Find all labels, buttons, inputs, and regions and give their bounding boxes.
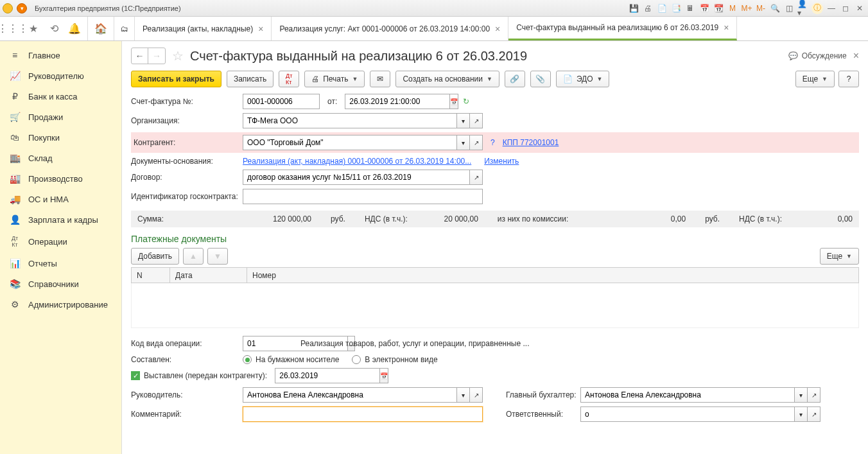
tab-invoice[interactable]: Счет-фактура выданный на реализацию 6 от… — [508, 17, 737, 40]
favorite-star-icon[interactable]: ☆ — [172, 48, 184, 64]
chief-accountant-input[interactable] — [580, 387, 795, 403]
open-icon[interactable]: ↗ — [470, 387, 483, 403]
dropdown-icon[interactable]: ▾ — [17, 3, 27, 13]
sidebar-item-bank[interactable]: ₽Банк и касса — [0, 86, 121, 107]
sidebar-item-admin[interactable]: ⚙Администрирование — [0, 294, 121, 315]
dtkt-button[interactable]: ДтКт — [279, 71, 299, 87]
move-down-button[interactable]: ▼ — [207, 248, 228, 265]
kpp-link[interactable]: КПП 772001001 — [503, 138, 559, 147]
col-date[interactable]: Дата — [170, 268, 247, 283]
home-icon[interactable]: 🏠 — [91, 17, 111, 41]
add-button[interactable]: Добавить — [131, 248, 179, 265]
help-icon[interactable]: ? — [490, 138, 495, 147]
issued-date-input[interactable] — [275, 368, 380, 383]
sidebar-item-manager[interactable]: 📈Руководителю — [0, 65, 121, 86]
nav-forward-button[interactable]: → — [148, 48, 165, 64]
calendar-icon[interactable]: 📅 — [699, 3, 710, 14]
radio-electronic[interactable]: В электронном виде — [352, 355, 437, 364]
link-button[interactable]: 🔗 — [505, 71, 525, 87]
save-close-button[interactable]: Записать и закрыть — [131, 71, 221, 87]
open-icon[interactable]: ↗ — [470, 170, 483, 185]
comment-input[interactable] — [243, 406, 483, 422]
sidebar-item-purchases[interactable]: 🛍Покупки — [0, 127, 121, 148]
zoom-icon[interactable]: 🔍 — [769, 3, 781, 14]
calendar31-icon[interactable]: 📆 — [713, 3, 724, 14]
dropdown-icon[interactable]: ▾ — [457, 113, 470, 128]
nav-back-button[interactable]: ← — [132, 48, 148, 64]
dropdown-icon[interactable]: ▾ — [795, 406, 808, 422]
tab-act[interactable]: Реализация услуг: Акт 0001-000006 от 26.… — [272, 17, 508, 40]
m-icon[interactable]: M — [727, 3, 738, 14]
m-minus-icon[interactable]: M- — [755, 3, 767, 14]
basis-doc-link[interactable]: Реализация (акт, накладная) 0001-000006 … — [243, 157, 471, 166]
col-number[interactable]: Номер — [247, 268, 859, 283]
table-more-button[interactable]: Еще▼ — [820, 248, 859, 265]
move-up-button[interactable]: ▲ — [183, 248, 204, 265]
m-plus-icon[interactable]: M+ — [741, 3, 752, 14]
dropdown-icon[interactable]: ▾ — [795, 387, 808, 403]
edo-button[interactable]: 📄ЭДО▼ — [556, 71, 610, 87]
org-input[interactable] — [243, 113, 457, 128]
compare-icon[interactable]: 📑 — [670, 3, 682, 14]
refresh-icon[interactable]: ↻ — [463, 97, 469, 106]
save-icon[interactable]: 💾 — [628, 3, 639, 14]
sidebar-item-production[interactable]: 🏭Производство — [0, 168, 121, 189]
tab-close-icon[interactable]: × — [724, 22, 729, 33]
print-icon[interactable]: 🖨 — [642, 3, 654, 14]
print-button[interactable]: 🖨Печать▼ — [304, 71, 365, 87]
sidebar-item-hr[interactable]: 👤Зарплата и кадры — [0, 209, 121, 230]
sidebar-item-operations[interactable]: ДтКтОперации — [0, 230, 121, 253]
responsible-input[interactable] — [580, 406, 795, 422]
apps-icon[interactable]: ⋮⋮⋮ — [3, 17, 23, 41]
open-icon[interactable]: ↗ — [808, 406, 820, 422]
panels-icon[interactable]: ◫ — [783, 3, 795, 14]
open-icon[interactable]: ↗ — [808, 387, 820, 403]
sidebar-item-main[interactable]: ≡Главное — [0, 45, 121, 65]
calendar-picker-icon[interactable]: 📅 — [380, 368, 388, 383]
tab-stack-icon[interactable]: 🗂 — [114, 17, 135, 40]
mail-button[interactable]: ✉ — [370, 71, 390, 87]
change-link[interactable]: Изменить — [484, 157, 519, 166]
sidebar-item-reports[interactable]: 📊Отчеты — [0, 253, 121, 274]
sidebar-item-directories[interactable]: 📚Справочники — [0, 274, 121, 294]
discussion-button[interactable]: 💬 Обсуждение — [788, 51, 847, 60]
history-icon[interactable]: ⟲ — [44, 17, 64, 41]
info-icon[interactable]: ⓘ — [812, 3, 823, 14]
col-n[interactable]: N — [132, 268, 170, 283]
goscontract-input[interactable] — [243, 189, 483, 204]
help-button[interactable]: ? — [838, 71, 859, 87]
save-button[interactable]: Записать — [227, 71, 273, 87]
open-icon[interactable]: ↗ — [470, 113, 483, 128]
comment-label: Комментарий: — [131, 410, 239, 419]
create-from-button[interactable]: Создать на основании▼ — [395, 71, 499, 87]
open-icon[interactable]: ↗ — [470, 135, 483, 150]
sidebar-item-sales[interactable]: 🛒Продажи — [0, 107, 121, 127]
issued-checkbox[interactable] — [131, 371, 140, 380]
user-icon[interactable]: 👤▾ — [797, 3, 809, 14]
sidebar-item-warehouse[interactable]: 🏬Склад — [0, 148, 121, 168]
minimize-icon[interactable]: — — [826, 3, 837, 14]
more-button[interactable]: Еще▼ — [795, 71, 835, 87]
calendar-picker-icon[interactable]: 📅 — [450, 94, 458, 109]
radio-paper[interactable]: На бумажном носителе — [243, 355, 339, 364]
bell-icon[interactable]: 🔔 — [64, 17, 85, 41]
tab-close-icon[interactable]: × — [495, 24, 500, 34]
attach-button[interactable]: 📎 — [530, 71, 551, 87]
sidebar-item-assets[interactable]: 🚚ОС и НМА — [0, 189, 121, 209]
list-icon: ≡ — [9, 50, 21, 60]
invoice-no-input[interactable] — [243, 94, 320, 109]
calc-icon[interactable]: 🖩 — [684, 3, 696, 14]
preview-icon[interactable]: 📄 — [656, 3, 668, 14]
manager-input[interactable] — [243, 387, 457, 403]
tab-realizations[interactable]: Реализация (акты, накладные) × — [135, 17, 272, 40]
tab-close-icon[interactable]: × — [258, 24, 263, 34]
restore-icon[interactable]: ◻ — [840, 3, 851, 14]
counterparty-input[interactable] — [243, 135, 457, 150]
dropdown-icon[interactable]: ▾ — [457, 135, 470, 150]
contract-input[interactable] — [243, 170, 470, 185]
from-date-input[interactable] — [345, 94, 450, 109]
close-page-icon[interactable]: × — [853, 50, 859, 62]
dropdown-icon[interactable]: ▾ — [457, 387, 470, 403]
favorite-icon[interactable]: ★ — [23, 17, 44, 41]
close-icon[interactable]: ✕ — [854, 3, 865, 14]
